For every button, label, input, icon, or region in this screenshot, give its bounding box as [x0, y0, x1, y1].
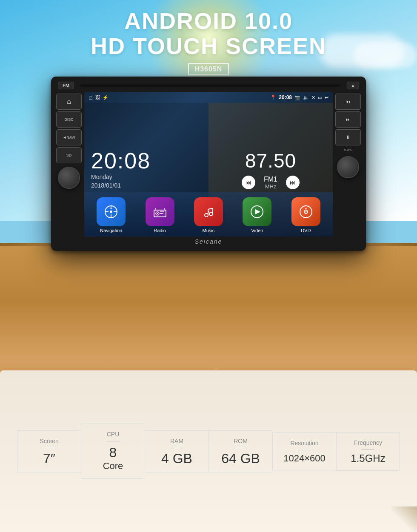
status-back-icon: ↩ — [325, 95, 328, 100]
spec-ram: RAM 4 GB — [145, 430, 208, 472]
app-video[interactable]: Video — [243, 197, 271, 233]
radio-controls: ⏮ FM1 MHz ⏭ — [242, 176, 300, 190]
spec-screen-label: Screen — [40, 438, 58, 444]
app-grid: Navigation — [84, 192, 333, 236]
radio-band: FM1 — [264, 176, 277, 183]
spec-cpu: CPU 8 Core — [81, 424, 145, 479]
specs-section: Screen 7″ CPU 8 Core RAM 4 GB ROM 64 GB … — [0, 370, 417, 532]
cpu-core: Core — [103, 461, 123, 472]
spec-divider — [43, 448, 56, 448]
status-location-icon: 📍 — [270, 95, 276, 100]
right-knob[interactable] — [337, 156, 359, 178]
fm-button[interactable]: FM — [58, 82, 74, 89]
spec-screen: Screen 7″ — [17, 430, 81, 472]
dvd-icon — [298, 204, 314, 219]
spec-resolution: Resolution 1024×600 — [272, 432, 336, 470]
radio-next-button[interactable]: ⏭ — [286, 176, 300, 189]
status-home-icon: ⌂ — [89, 94, 93, 101]
clock-time: 20:08 — [91, 150, 202, 172]
disc-label: DISC — [64, 117, 74, 122]
radio-icon-box — [146, 197, 174, 226]
status-left: ⌂ 🖼 ⚡ — [89, 94, 109, 101]
status-window-icon: ▭ — [318, 95, 322, 100]
sd-button[interactable]: SD — [56, 147, 82, 163]
svg-marker-21 — [255, 209, 260, 214]
radio-prev-button[interactable]: ⏮ — [242, 176, 255, 189]
step-button[interactable]: ⏸ — [335, 129, 361, 145]
head-unit: FM ▲ ⌂ DISC ◄NAVI SD — [51, 77, 366, 251]
spec-ram-divider — [171, 448, 183, 448]
radio-label: Radio — [154, 228, 166, 233]
unit-body: ⌂ DISC ◄NAVI SD ⌂ — [56, 92, 361, 236]
music-icon-box — [194, 197, 223, 226]
eject-button[interactable]: ▲ — [347, 82, 359, 89]
svg-point-15 — [209, 212, 213, 216]
status-close-icon: ✕ — [311, 95, 315, 100]
spec-screen-value: 7″ — [43, 452, 55, 465]
status-right: 📍 20:08 📷 🔈 ✕ ▭ ↩ — [270, 94, 328, 100]
spec-ram-value: 4 GB — [161, 452, 192, 465]
gps-label: ↑GPS — [335, 147, 361, 153]
brand-name: Seicane — [195, 238, 223, 245]
screen-area: ⌂ 🖼 ⚡ 📍 20:08 📷 🔈 ✕ ▭ ↩ — [84, 92, 333, 236]
left-side-buttons: ⌂ DISC ◄NAVI SD — [56, 92, 82, 236]
title-line1: ANDROID 10.0 — [0, 9, 417, 34]
svg-line-18 — [208, 208, 213, 209]
device-wrapper: FM ▲ ⌂ DISC ◄NAVI SD — [51, 77, 366, 251]
right-side-buttons: ⏮ ⏭ ⏸ ↑GPS — [335, 92, 361, 236]
music-icon — [201, 204, 216, 219]
brand-logo: Seicane — [56, 236, 361, 246]
navigation-label: Navigation — [100, 228, 122, 233]
radio-frequency: 87.50 — [245, 149, 296, 172]
svg-point-24 — [305, 211, 306, 213]
music-label: Music — [203, 228, 215, 233]
left-knob[interactable] — [58, 167, 80, 189]
title-line2: HD TOUCH SCREEN — [0, 34, 417, 59]
spec-rom-divider — [234, 448, 247, 448]
app-navigation[interactable]: Navigation — [97, 197, 126, 233]
navi-button[interactable]: ◄NAVI — [56, 129, 82, 145]
spec-cpu-value: 8 Core — [103, 445, 123, 472]
app-radio[interactable]: Radio — [146, 197, 174, 233]
title-area: ANDROID 10.0 HD TOUCH SCREEN H3605N — [0, 9, 417, 75]
status-image-icon: 🖼 — [95, 95, 100, 100]
model-badge: H3605N — [188, 63, 229, 75]
svg-point-1 — [110, 211, 112, 213]
spec-rom: ROM 64 GB — [208, 430, 272, 472]
status-time-display: 20:08 — [279, 94, 292, 100]
top-bar: FM ▲ — [56, 82, 361, 89]
spec-resolution-divider — [298, 450, 311, 450]
app-row: Navigation — [89, 197, 328, 233]
spec-rom-label: ROM — [234, 438, 248, 444]
svg-point-9 — [157, 213, 158, 214]
status-volume-icon: 🔈 — [303, 95, 309, 100]
video-icon-box — [243, 197, 271, 226]
cd-slot — [80, 84, 340, 87]
home-icon: ⌂ — [67, 98, 71, 105]
status-bar: ⌂ 🖼 ⚡ 📍 20:08 📷 🔈 ✕ ▭ ↩ — [84, 92, 333, 103]
spec-frequency: Frequency 1.5GHz — [336, 432, 400, 471]
prev-track-button[interactable]: ⏮ — [335, 94, 361, 110]
specs-grid: Screen 7″ CPU 8 Core RAM 4 GB ROM 64 GB … — [17, 383, 400, 519]
video-label: Video — [251, 228, 263, 233]
spec-frequency-value: 1.5GHz — [351, 453, 385, 464]
next-track-button[interactable]: ⏭ — [335, 111, 361, 128]
disc-button[interactable]: DISC — [56, 111, 82, 128]
spec-cpu-divider — [107, 441, 120, 441]
radio-info: FM1 MHz — [264, 176, 277, 190]
spec-frequency-label: Frequency — [354, 439, 382, 446]
dvd-icon-box — [291, 197, 320, 226]
android-screen: ⌂ 🖼 ⚡ 📍 20:08 📷 🔈 ✕ ▭ ↩ — [84, 92, 333, 236]
navigation-icon — [103, 204, 119, 219]
app-music[interactable]: Music — [194, 197, 223, 233]
status-usb-icon: ⚡ — [103, 95, 109, 100]
svg-point-25 — [305, 208, 306, 209]
video-icon — [249, 204, 265, 219]
sd-label: SD — [66, 153, 72, 157]
home-button[interactable]: ⌂ — [56, 94, 82, 110]
app-dvd[interactable]: DVD — [291, 197, 320, 233]
svg-point-14 — [205, 213, 208, 217]
clock-date: 2018/01/01 — [91, 182, 202, 189]
navi-label: ◄NAVI — [63, 135, 75, 139]
cpu-number: 8 — [103, 445, 123, 461]
